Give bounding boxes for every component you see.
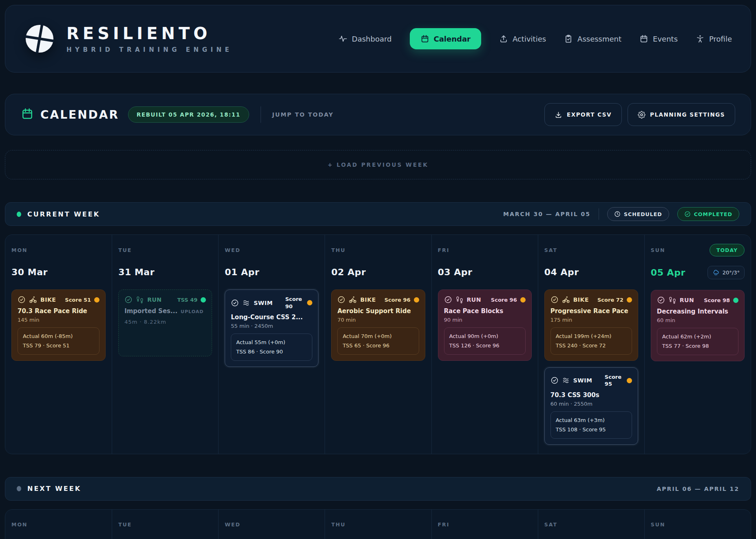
- imported-workout-card[interactable]: RUN TSS 49 Imported Ses... UPLOAD 45m · …: [118, 289, 212, 356]
- day-column-wed: WED 01 Apr SWIM Score 90 Long-Course CSS…: [218, 235, 325, 454]
- planning-settings-label: PLANNING SETTINGS: [650, 111, 725, 118]
- waves-icon: [562, 376, 570, 384]
- workout-meta: 60 min: [657, 317, 738, 323]
- day-label: SAT: [544, 521, 557, 528]
- footprints-icon: [136, 296, 144, 304]
- download-icon: [555, 111, 562, 119]
- workout-title: 70.3 Race Pace Ride: [18, 307, 99, 315]
- workout-card[interactable]: BIKE Score 51 70.3 Race Pace Ride 145 mi…: [11, 289, 106, 361]
- workout-meta: 70 min: [337, 317, 419, 323]
- actual-duration: Actual 199m (+24m): [556, 331, 627, 341]
- actual-tss: TSS 240 · Score 72: [556, 341, 627, 350]
- day-column-thu: THU 09 Apr: [325, 510, 431, 539]
- weather-chip: 20°/3°: [707, 266, 745, 279]
- resiliento-logo-icon: [24, 23, 55, 54]
- workout-title: Decreasing Intervals: [657, 308, 738, 315]
- actual-tss: TSS 108 · Score 95: [556, 425, 627, 434]
- workout-card[interactable]: SWIM Score 95 70.3 CSS 300s 60 min · 255…: [544, 367, 638, 445]
- calendar-icon: [639, 34, 648, 43]
- calendar-page: RESILIENTO HYBRID TRAINING ENGINE Dashbo…: [0, 0, 756, 539]
- nav-item-dashboard[interactable]: Dashboard: [338, 34, 392, 43]
- actual-box: Actual 199m (+24m) TSS 240 · Score 72: [550, 327, 632, 355]
- waves-icon: [242, 299, 250, 307]
- scheduled-legend-badge[interactable]: SCHEDULED: [607, 207, 669, 221]
- workout-title: Race Pace Blocks: [444, 307, 526, 315]
- scheduled-label: SCHEDULED: [624, 211, 662, 217]
- check-circle-icon: [550, 376, 559, 384]
- nav-item-events[interactable]: Events: [639, 34, 678, 43]
- nav-label: Dashboard: [352, 35, 392, 43]
- status-dot: [733, 298, 738, 303]
- workout-card[interactable]: BIKE Score 72 Progressive Race Pace 175 …: [544, 289, 638, 361]
- score-label: Score 98: [704, 297, 730, 303]
- calendar-toolbar: CALENDAR REBUILT 05 APR 2026, 18:11 JUMP…: [5, 94, 751, 135]
- day-label: MON: [11, 247, 28, 253]
- workout-title: Progressive Race Pace: [550, 307, 632, 315]
- actual-duration: Actual 63m (+3m): [556, 415, 627, 425]
- workout-title: Aerobic Support Ride: [337, 307, 419, 315]
- workout-meta: 175 min: [550, 317, 632, 323]
- status-dot: [520, 297, 526, 303]
- toolbar-actions: EXPORT CSV PLANNING SETTINGS: [544, 103, 735, 126]
- day-column-sun: SUN 12 Apr: [644, 510, 751, 539]
- nav-item-calendar[interactable]: Calendar: [410, 28, 481, 49]
- day-label: MON: [11, 521, 28, 528]
- check-circle-icon: [124, 296, 133, 304]
- footprints-icon: [455, 296, 464, 304]
- calendar-icon: [21, 107, 34, 122]
- actual-tss: TSS 79 · Score 51: [23, 341, 94, 350]
- sport-label: BIKE: [360, 296, 376, 303]
- day-column-thu: THU 02 Apr BIKE Score 96 Aerobic Support…: [325, 235, 431, 454]
- score-label: Score 96: [385, 297, 411, 303]
- day-label: SAT: [544, 247, 557, 253]
- day-column-sat: SAT 11 Apr: [538, 510, 644, 539]
- current-week-meta: MARCH 30 — APRIL 05 SCHEDULED COMPLETED: [503, 207, 739, 221]
- sport-label: BIKE: [573, 296, 589, 303]
- nav-item-activities[interactable]: Activities: [499, 34, 546, 43]
- nav-label: Assessment: [577, 35, 621, 43]
- score-label: Score 90: [285, 296, 304, 310]
- score-label: Score 95: [605, 373, 623, 388]
- day-date: 03 Apr: [438, 267, 473, 277]
- planning-settings-button[interactable]: PLANNING SETTINGS: [628, 103, 735, 126]
- workout-card[interactable]: RUN Score 96 Race Pace Blocks 90 min Act…: [438, 289, 532, 361]
- day-date: 02 Apr: [331, 267, 366, 277]
- check-circle-icon: [444, 296, 452, 304]
- top-navbar: RESILIENTO HYBRID TRAINING ENGINE Dashbo…: [5, 5, 751, 73]
- score-label: Score 96: [491, 297, 517, 303]
- day-column-wed: WED 08 Apr: [218, 510, 325, 539]
- day-date: 01 Apr: [225, 267, 259, 277]
- workout-meta: 45m · 8.22km: [124, 319, 206, 325]
- export-csv-button[interactable]: EXPORT CSV: [544, 103, 622, 126]
- workout-card[interactable]: RUN Score 98 Decreasing Intervals 60 min…: [651, 290, 745, 361]
- workout-title: 70.3 CSS 300s: [550, 391, 632, 399]
- sport-label: RUN: [147, 296, 161, 303]
- jump-to-today-button[interactable]: JUMP TO TODAY: [272, 111, 334, 118]
- check-circle-icon: [657, 296, 665, 304]
- completed-legend-badge[interactable]: COMPLETED: [677, 207, 739, 221]
- nav-item-profile[interactable]: Profile: [696, 34, 732, 43]
- upload-tag: UPLOAD: [181, 309, 203, 314]
- activity-icon: [338, 34, 347, 43]
- day-column-tue: TUE 07 Apr: [112, 510, 218, 539]
- day-date: 31 Mar: [118, 267, 155, 277]
- workout-card[interactable]: SWIM Score 90 Long-Course CSS 2... 55 mi…: [225, 289, 318, 367]
- day-label: FRI: [438, 521, 450, 528]
- check-circle-icon: [231, 299, 239, 307]
- workout-card[interactable]: BIKE Score 96 Aerobic Support Ride 70 mi…: [331, 289, 425, 361]
- nav-label: Profile: [709, 35, 732, 43]
- actual-tss: TSS 77 · Score 98: [662, 341, 733, 351]
- actual-duration: Actual 60m (-85m): [23, 331, 94, 341]
- sport-label: BIKE: [40, 296, 56, 303]
- clock-icon: [614, 211, 621, 217]
- sport-label: SWIM: [573, 377, 592, 384]
- day-label: SUN: [651, 521, 665, 528]
- actual-box: Actual 63m (+3m) TSS 108 · Score 95: [550, 411, 632, 439]
- day-label: WED: [225, 247, 241, 253]
- nav-item-assessment[interactable]: Assessment: [564, 34, 621, 43]
- bike-icon: [349, 296, 357, 304]
- gear-icon: [638, 111, 645, 119]
- export-csv-label: EXPORT CSV: [567, 111, 612, 118]
- bike-icon: [562, 296, 570, 304]
- load-previous-week-button[interactable]: + LOAD PREVIOUS WEEK: [5, 150, 751, 179]
